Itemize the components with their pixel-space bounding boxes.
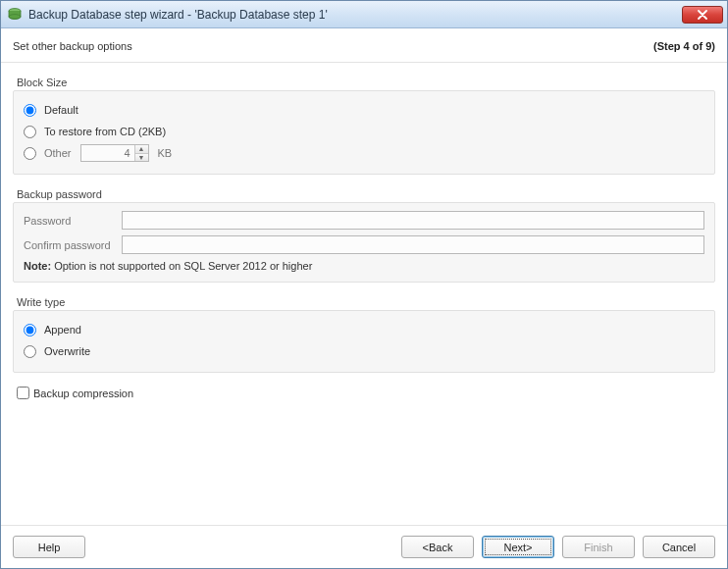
titlebar: Backup Database step wizard - 'Backup Da… [1, 1, 727, 28]
block-other-spinner[interactable]: ▲ ▼ [80, 144, 149, 162]
next-button[interactable]: Next> [482, 536, 554, 558]
confirm-password-field[interactable] [122, 235, 704, 254]
radio-write-overwrite[interactable]: Overwrite [24, 340, 704, 362]
group-backup-password: Backup password Password Confirm passwor… [13, 184, 715, 283]
radio-block-restore-cd-label: To restore from CD (2KB) [44, 126, 166, 137]
radio-write-overwrite-input[interactable] [24, 345, 36, 358]
cancel-button[interactable]: Cancel [643, 536, 715, 558]
radio-block-other-label: Other [44, 147, 72, 159]
wizard-footer: Help <Back Next> Finish Cancel [1, 525, 727, 568]
wizard-subtitle: Set other backup options [13, 40, 132, 52]
group-legend-write-type: Write type [13, 292, 715, 310]
radio-block-other-input[interactable] [24, 147, 36, 160]
confirm-password-label: Confirm password [24, 239, 122, 251]
checkbox-backup-compression[interactable]: Backup compression [13, 383, 715, 399]
wizard-content: Block Size Default To restore from CD (2… [1, 63, 727, 525]
password-label: Password [24, 215, 122, 227]
help-button[interactable]: Help [13, 536, 85, 558]
note-text: Option is not supported on SQL Server 20… [51, 260, 312, 272]
radio-block-default-label: Default [44, 104, 78, 116]
radio-block-restore-cd-input[interactable] [24, 126, 36, 138]
password-field[interactable] [122, 211, 704, 230]
block-other-unit: KB [158, 147, 173, 159]
group-write-type: Write type Append Overwrite [13, 292, 715, 373]
radio-write-append-input[interactable] [24, 324, 36, 336]
checkbox-backup-compression-label: Backup compression [33, 388, 133, 399]
wizard-header: Set other backup options (Step 4 of 9) [1, 28, 727, 63]
spinner-down-icon[interactable]: ▼ [135, 154, 148, 162]
radio-write-overwrite-label: Overwrite [44, 345, 90, 357]
back-button[interactable]: <Back [401, 536, 474, 558]
radio-block-restore-cd[interactable]: To restore from CD (2KB) [24, 121, 704, 142]
spinner-up-icon[interactable]: ▲ [135, 145, 148, 154]
step-indicator: (Step 4 of 9) [653, 40, 715, 52]
radio-block-other[interactable]: Other ▲ ▼ KB [24, 142, 704, 164]
app-icon [7, 7, 23, 23]
group-block-size: Block Size Default To restore from CD (2… [13, 73, 715, 175]
note-label: Note: [24, 260, 51, 272]
group-legend-block-size: Block Size [13, 73, 715, 90]
radio-block-default[interactable]: Default [24, 99, 704, 121]
radio-write-append[interactable]: Append [24, 319, 704, 340]
finish-button: Finish [562, 536, 635, 558]
checkbox-backup-compression-input[interactable] [17, 387, 29, 399]
group-legend-backup-password: Backup password [13, 184, 715, 202]
password-note: Note: Option is not supported on SQL Ser… [24, 260, 704, 272]
radio-block-default-input[interactable] [24, 104, 36, 117]
close-button[interactable] [682, 6, 723, 24]
radio-write-append-label: Append [44, 324, 81, 336]
block-other-value[interactable] [81, 145, 134, 161]
window-title: Backup Database step wizard - 'Backup Da… [28, 8, 328, 22]
